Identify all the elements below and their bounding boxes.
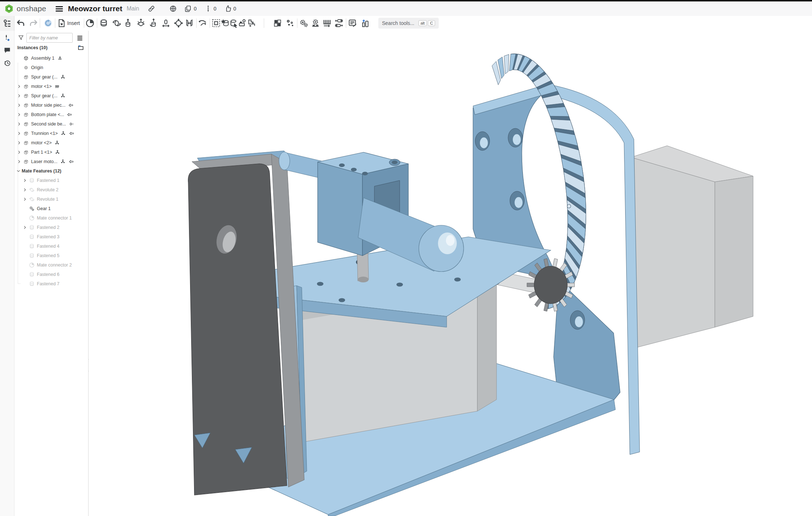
mate-item-row[interactable]: Gear 1 xyxy=(14,204,89,213)
assembly-item-row[interactable]: Assembly 1 xyxy=(14,54,89,63)
instance-item-row[interactable]: Trunnion <1> xyxy=(14,129,89,138)
mate-item-row[interactable]: Fastened 4 xyxy=(14,242,89,251)
filter-input[interactable] xyxy=(26,33,73,43)
versions-counter[interactable]: 0 xyxy=(205,5,216,12)
instance-item-row[interactable]: Motor side piec... xyxy=(14,101,89,110)
fastened-badge-icon[interactable] xyxy=(68,103,74,108)
fastened-badge-icon[interactable] xyxy=(69,131,74,136)
sync-icon[interactable] xyxy=(43,18,53,28)
revolute-badge-icon[interactable] xyxy=(60,93,66,98)
workspace-name[interactable]: Main xyxy=(127,5,139,12)
bom-icon[interactable] xyxy=(348,18,357,28)
part-side-plate[interactable] xyxy=(188,154,304,495)
add-to-folder-icon[interactable] xyxy=(77,44,84,51)
mate-item-row[interactable]: Revolute 1 xyxy=(14,195,89,204)
search-tools-button[interactable]: Search tools... alt C xyxy=(378,18,439,29)
mate-item-row[interactable]: Fastened 2 xyxy=(14,223,89,232)
document-title[interactable]: Meowzor turret xyxy=(68,4,123,13)
chevron-right-icon[interactable] xyxy=(17,132,21,135)
mate-item-row[interactable]: Mate connector 1 xyxy=(14,213,89,223)
chevron-right-icon[interactable] xyxy=(17,94,21,98)
filter-icon[interactable] xyxy=(18,35,24,40)
mate-item-row[interactable]: Revolute 2 xyxy=(14,185,89,195)
exploded-view-icon[interactable] xyxy=(285,18,295,28)
history-icon[interactable] xyxy=(4,59,11,67)
chevron-right-icon[interactable] xyxy=(17,103,21,107)
ground-badge-icon[interactable] xyxy=(57,56,63,61)
mate-item-row[interactable]: Fastened 5 xyxy=(14,251,89,260)
part-motor-2[interactable] xyxy=(631,146,753,349)
undo-icon[interactable] xyxy=(16,18,25,28)
insert-icon[interactable] xyxy=(57,18,66,28)
chevron-right-icon[interactable] xyxy=(17,160,21,163)
mate-relation-icon[interactable] xyxy=(198,18,207,28)
revolute-badge-icon[interactable] xyxy=(54,140,60,145)
revolute-badge-icon[interactable] xyxy=(60,131,66,136)
instance-item-row[interactable]: Bottom plate <... xyxy=(14,110,89,119)
mate-item-row[interactable]: Fastened 3 xyxy=(14,232,89,242)
tangent-mate-icon[interactable] xyxy=(185,18,194,28)
comments-icon[interactable] xyxy=(4,47,11,54)
revolute-mate-icon[interactable] xyxy=(112,18,121,28)
section-row[interactable]: Mate Features (12) xyxy=(14,166,89,176)
assembly-3d-view[interactable] xyxy=(89,31,812,516)
chevron-right-icon[interactable] xyxy=(23,188,27,192)
fastened-badge-icon[interactable] xyxy=(68,159,74,164)
main-menu-icon[interactable] xyxy=(56,6,63,12)
instance-item-row[interactable]: Spur gear (... xyxy=(14,72,89,82)
revolute-badge-icon[interactable] xyxy=(55,150,60,155)
chevron-right-icon[interactable] xyxy=(23,179,27,182)
redo-icon[interactable] xyxy=(29,18,38,28)
cylindrical-mate-icon[interactable] xyxy=(149,18,158,28)
fastened-mate-icon[interactable] xyxy=(99,18,108,28)
named-positions-icon[interactable] xyxy=(361,18,370,28)
interference-icon[interactable] xyxy=(238,18,248,28)
group-icon[interactable] xyxy=(211,18,221,28)
instance-item-row[interactable]: Part 1 <1> xyxy=(14,148,89,157)
rack-pinion-icon[interactable] xyxy=(311,18,320,28)
pattern-icon[interactable] xyxy=(273,18,282,28)
likes-counter[interactable]: 0 xyxy=(224,5,236,12)
chevron-right-icon[interactable] xyxy=(17,85,21,88)
rack-icon[interactable] xyxy=(322,18,332,28)
public-document-button[interactable] xyxy=(169,5,177,12)
pin-slot-mate-icon[interactable] xyxy=(161,18,171,28)
instance-item-row[interactable]: Origin xyxy=(14,63,89,72)
fastened-dashed-badge-icon[interactable] xyxy=(69,121,74,127)
chevron-right-icon[interactable] xyxy=(17,113,21,116)
insert-button-label[interactable]: Insert xyxy=(67,20,80,26)
share-link-button[interactable] xyxy=(148,5,155,12)
assembly-panel-tab[interactable] xyxy=(0,16,14,31)
onshape-logo-icon[interactable] xyxy=(4,4,14,13)
insert-subassembly-icon[interactable] xyxy=(247,18,257,28)
instance-item-row[interactable]: Spur gear (... xyxy=(14,91,89,101)
mate-connector-icon[interactable] xyxy=(85,18,95,28)
fixed-badge-icon[interactable] xyxy=(54,84,60,89)
fastened-badge-icon[interactable] xyxy=(66,112,72,117)
copies-counter[interactable]: 0 xyxy=(185,5,197,12)
chevron-right-icon[interactable] xyxy=(17,141,21,145)
create-version-icon[interactable] xyxy=(4,34,11,42)
instance-item-row[interactable]: motor <2> xyxy=(14,138,89,148)
mate-item-row[interactable]: Mate connector 2 xyxy=(14,260,89,270)
instance-item-row[interactable]: Laser moto... xyxy=(14,157,89,166)
list-options-icon[interactable] xyxy=(77,35,83,41)
revolute-badge-icon[interactable] xyxy=(60,74,66,80)
instance-item-row[interactable]: Second side be... xyxy=(14,119,89,129)
chevron-down-icon[interactable] xyxy=(17,169,20,173)
ball-mate-icon[interactable] xyxy=(174,18,183,28)
chevron-right-icon[interactable] xyxy=(23,197,27,201)
mate-item-row[interactable]: Fastened 6 xyxy=(14,270,89,279)
mate-item-row[interactable]: Fastened 7 xyxy=(14,279,89,289)
mate-icon[interactable] xyxy=(229,18,239,28)
slider-mate-icon[interactable] xyxy=(123,18,133,28)
planar-mate-icon[interactable] xyxy=(136,18,146,28)
revolute-badge-icon[interactable] xyxy=(60,159,66,164)
replicate-icon[interactable] xyxy=(220,18,230,28)
gear-relation-icon[interactable] xyxy=(299,18,309,28)
chevron-right-icon[interactable] xyxy=(17,122,21,126)
screw-relation-icon[interactable] xyxy=(334,18,344,28)
instance-item-row[interactable]: motor <1> xyxy=(14,82,89,91)
chevron-right-icon[interactable] xyxy=(23,226,27,229)
mate-item-row[interactable]: Fastened 1 xyxy=(14,176,89,185)
